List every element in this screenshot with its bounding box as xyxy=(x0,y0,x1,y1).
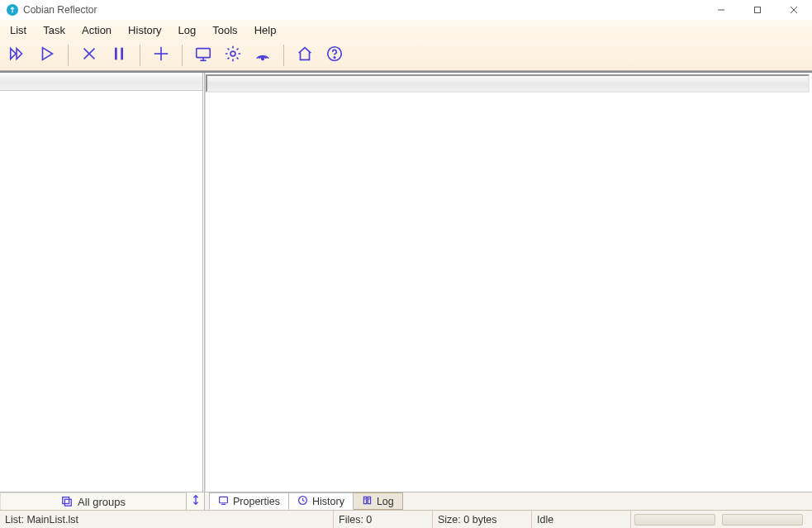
window-title: Cobian Reflector xyxy=(23,4,97,16)
tab-properties-label: Properties xyxy=(233,496,280,507)
toolbar xyxy=(0,40,812,71)
status-state: Idle xyxy=(532,511,631,528)
add-icon xyxy=(152,45,170,65)
tab-log-label: Log xyxy=(377,496,394,507)
menu-task[interactable]: Task xyxy=(35,22,74,38)
tab-log[interactable]: Log xyxy=(353,492,403,510)
titlebar: Cobian Reflector xyxy=(0,0,812,20)
svg-point-0 xyxy=(12,12,13,13)
svg-rect-19 xyxy=(64,499,71,506)
settings-icon xyxy=(224,45,242,65)
help-button[interactable] xyxy=(322,43,347,68)
help-icon xyxy=(325,45,344,65)
app-icon xyxy=(7,4,18,16)
details-body[interactable] xyxy=(206,93,812,492)
status-size: Size: 0 bytes xyxy=(433,511,532,528)
details-panel xyxy=(205,73,812,492)
svg-point-14 xyxy=(230,51,235,56)
svg-rect-20 xyxy=(220,497,228,502)
svg-rect-2 xyxy=(755,7,761,13)
close-button[interactable] xyxy=(776,0,812,20)
menu-log[interactable]: Log xyxy=(170,22,205,38)
status-progress-2 xyxy=(722,514,803,526)
details-header xyxy=(207,76,808,91)
stop-button[interactable] xyxy=(77,43,102,68)
sort-button[interactable] xyxy=(187,492,205,510)
menu-action[interactable]: Action xyxy=(74,22,120,38)
svg-point-17 xyxy=(334,57,335,59)
run-all-icon xyxy=(8,45,26,65)
svg-rect-11 xyxy=(197,49,211,58)
run-icon xyxy=(38,45,56,65)
pause-button[interactable] xyxy=(107,43,131,68)
task-list-body[interactable] xyxy=(0,91,202,492)
task-list-header xyxy=(0,73,202,91)
all-groups-selector[interactable]: All groups xyxy=(0,492,187,510)
groups-icon xyxy=(61,495,73,509)
svg-rect-18 xyxy=(63,497,69,503)
remote-button[interactable] xyxy=(250,43,275,68)
monitor-icon xyxy=(194,45,212,65)
properties-icon xyxy=(218,495,229,508)
svg-point-15 xyxy=(262,58,264,59)
toolbar-separator xyxy=(68,45,69,66)
menubar: List Task Action History Log Tools Help xyxy=(0,20,812,40)
history-icon xyxy=(297,495,308,508)
status-files: Files: 0 xyxy=(334,511,433,528)
menu-history[interactable]: History xyxy=(120,22,169,38)
stop-icon xyxy=(80,45,98,65)
toolbar-separator xyxy=(140,45,140,66)
task-list-panel xyxy=(0,73,205,492)
minimize-button[interactable] xyxy=(703,0,739,20)
add-button[interactable] xyxy=(149,43,173,68)
home-icon xyxy=(296,45,314,65)
run-all-button[interactable] xyxy=(5,43,30,68)
all-groups-label: All groups xyxy=(78,496,126,508)
tab-properties[interactable]: Properties xyxy=(209,492,289,510)
toolbar-separator xyxy=(182,45,183,66)
tab-history-label: History xyxy=(312,496,344,507)
settings-button[interactable] xyxy=(221,43,245,68)
log-icon xyxy=(362,495,373,508)
main-area xyxy=(0,71,812,492)
monitor-button[interactable] xyxy=(191,43,216,68)
remote-icon xyxy=(254,45,272,65)
menu-help[interactable]: Help xyxy=(246,22,285,38)
status-progress-1 xyxy=(634,514,715,526)
maximize-button[interactable] xyxy=(739,0,776,20)
menu-list[interactable]: List xyxy=(2,22,35,38)
pause-icon xyxy=(110,45,128,65)
sort-icon xyxy=(191,494,201,508)
home-button[interactable] xyxy=(292,43,317,68)
statusbar: List: MainList.lst Files: 0 Size: 0 byte… xyxy=(0,510,812,528)
menu-tools[interactable]: Tools xyxy=(204,22,245,38)
run-button[interactable] xyxy=(35,43,59,68)
tab-history[interactable]: History xyxy=(288,492,354,510)
status-list: List: MainList.lst xyxy=(0,511,334,528)
toolbar-separator xyxy=(283,45,284,66)
bottom-tab-row: All groups Properties History Log xyxy=(0,492,812,510)
